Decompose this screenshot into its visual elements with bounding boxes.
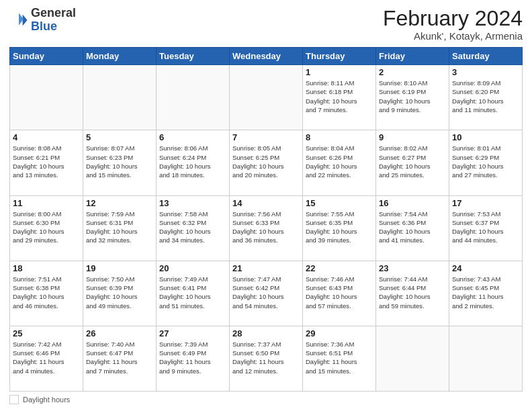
day-info: Sunrise: 7:44 AMSunset: 6:44 PMDaylight:…: [379, 275, 446, 310]
day-number: 15: [306, 198, 373, 208]
calendar-cell: 18Sunrise: 7:51 AMSunset: 6:38 PMDayligh…: [10, 261, 83, 326]
day-info: Sunrise: 8:09 AMSunset: 6:20 PMDaylight:…: [452, 79, 519, 114]
day-info: Sunrise: 7:58 AMSunset: 6:32 PMDaylight:…: [159, 210, 226, 245]
calendar-cell: 29Sunrise: 7:36 AMSunset: 6:51 PMDayligh…: [303, 326, 376, 391]
svg-marker-0: [23, 14, 28, 26]
day-info: Sunrise: 7:37 AMSunset: 6:50 PMDaylight:…: [232, 340, 300, 375]
calendar-cell: [10, 65, 83, 130]
calendar-cell: 22Sunrise: 7:46 AMSunset: 6:43 PMDayligh…: [303, 261, 376, 326]
day-number: 16: [379, 198, 446, 208]
title-block: February 2024 Akunk', Kotayk, Armenia: [383, 7, 523, 42]
calendar-table: SundayMondayTuesdayWednesdayThursdayFrid…: [9, 47, 523, 392]
day-info: Sunrise: 7:53 AMSunset: 6:37 PMDaylight:…: [452, 210, 519, 245]
calendar-cell: 19Sunrise: 7:50 AMSunset: 6:39 PMDayligh…: [83, 261, 157, 326]
day-number: 1: [306, 67, 373, 77]
day-number: 10: [452, 132, 519, 142]
daylight-legend-box: [9, 395, 19, 404]
day-info: Sunrise: 7:51 AMSunset: 6:38 PMDaylight:…: [13, 275, 80, 310]
calendar-cell: [449, 326, 523, 391]
day-number: 29: [306, 328, 373, 338]
calendar-cell: 20Sunrise: 7:49 AMSunset: 6:41 PMDayligh…: [157, 261, 230, 326]
day-number: 13: [159, 198, 226, 208]
day-info: Sunrise: 8:01 AMSunset: 6:29 PMDaylight:…: [452, 144, 519, 179]
day-number: 26: [86, 328, 153, 338]
calendar-cell: [230, 65, 303, 130]
location: Akunk', Kotayk, Armenia: [383, 30, 523, 42]
calendar-header-saturday: Saturday: [449, 48, 523, 65]
day-info: Sunrise: 7:59 AMSunset: 6:31 PMDaylight:…: [86, 210, 153, 245]
day-info: Sunrise: 8:07 AMSunset: 6:23 PMDaylight:…: [86, 144, 153, 179]
page-container: General Blue February 2024 Akunk', Kotay…: [0, 0, 532, 411]
day-number: 23: [379, 263, 446, 273]
day-number: 6: [159, 132, 226, 142]
day-info: Sunrise: 7:40 AMSunset: 6:47 PMDaylight:…: [86, 340, 153, 375]
logo: General Blue: [9, 7, 76, 34]
day-info: Sunrise: 8:11 AMSunset: 6:18 PMDaylight:…: [306, 79, 373, 114]
day-number: 20: [159, 263, 226, 273]
calendar-header-row: SundayMondayTuesdayWednesdayThursdayFrid…: [10, 48, 523, 65]
logo-text: General Blue: [31, 7, 76, 34]
calendar-cell: 6Sunrise: 8:06 AMSunset: 6:24 PMDaylight…: [157, 130, 230, 195]
calendar-cell: 9Sunrise: 8:02 AMSunset: 6:27 PMDaylight…: [376, 130, 449, 195]
calendar-cell: 5Sunrise: 8:07 AMSunset: 6:23 PMDaylight…: [83, 130, 157, 195]
calendar-cell: 21Sunrise: 7:47 AMSunset: 6:42 PMDayligh…: [230, 261, 303, 326]
calendar-week-row: 25Sunrise: 7:42 AMSunset: 6:46 PMDayligh…: [10, 326, 523, 391]
day-number: 2: [379, 67, 446, 77]
day-number: 21: [232, 263, 300, 273]
day-number: 3: [452, 67, 519, 77]
footer: Daylight hours: [9, 395, 523, 404]
day-number: 27: [159, 328, 226, 338]
calendar-header-sunday: Sunday: [10, 48, 83, 65]
calendar-cell: 25Sunrise: 7:42 AMSunset: 6:46 PMDayligh…: [10, 326, 83, 391]
calendar-header-friday: Friday: [376, 48, 449, 65]
calendar-cell: 13Sunrise: 7:58 AMSunset: 6:32 PMDayligh…: [157, 195, 230, 261]
header: General Blue February 2024 Akunk', Kotay…: [9, 7, 523, 42]
calendar-cell: 8Sunrise: 8:04 AMSunset: 6:26 PMDaylight…: [303, 130, 376, 195]
calendar-cell: 3Sunrise: 8:09 AMSunset: 6:20 PMDaylight…: [449, 65, 523, 130]
calendar-cell: 28Sunrise: 7:37 AMSunset: 6:50 PMDayligh…: [230, 326, 303, 391]
day-info: Sunrise: 8:06 AMSunset: 6:24 PMDaylight:…: [159, 144, 226, 179]
calendar-cell: 27Sunrise: 7:39 AMSunset: 6:49 PMDayligh…: [157, 326, 230, 391]
day-info: Sunrise: 7:36 AMSunset: 6:51 PMDaylight:…: [306, 340, 373, 375]
calendar-cell: 12Sunrise: 7:59 AMSunset: 6:31 PMDayligh…: [83, 195, 157, 261]
calendar-cell: 26Sunrise: 7:40 AMSunset: 6:47 PMDayligh…: [83, 326, 157, 391]
day-info: Sunrise: 7:47 AMSunset: 6:42 PMDaylight:…: [232, 275, 300, 310]
day-number: 17: [452, 198, 519, 208]
day-info: Sunrise: 8:08 AMSunset: 6:21 PMDaylight:…: [13, 144, 80, 179]
day-info: Sunrise: 7:46 AMSunset: 6:43 PMDaylight:…: [306, 275, 373, 310]
calendar-header-tuesday: Tuesday: [157, 48, 230, 65]
day-number: 28: [232, 328, 300, 338]
day-info: Sunrise: 8:04 AMSunset: 6:26 PMDaylight:…: [306, 144, 373, 179]
day-info: Sunrise: 7:42 AMSunset: 6:46 PMDaylight:…: [13, 340, 80, 375]
logo-icon: [9, 11, 28, 30]
calendar-cell: 24Sunrise: 7:43 AMSunset: 6:45 PMDayligh…: [449, 261, 523, 326]
calendar-cell: 1Sunrise: 8:11 AMSunset: 6:18 PMDaylight…: [303, 65, 376, 130]
day-number: 9: [379, 132, 446, 142]
calendar-header-wednesday: Wednesday: [230, 48, 303, 65]
calendar-header-monday: Monday: [83, 48, 157, 65]
calendar-cell: 15Sunrise: 7:55 AMSunset: 6:35 PMDayligh…: [303, 195, 376, 261]
day-number: 11: [13, 198, 80, 208]
day-number: 18: [13, 263, 80, 273]
calendar-header-thursday: Thursday: [303, 48, 376, 65]
day-number: 7: [232, 132, 300, 142]
day-info: Sunrise: 8:00 AMSunset: 6:30 PMDaylight:…: [13, 210, 80, 245]
day-info: Sunrise: 7:56 AMSunset: 6:33 PMDaylight:…: [232, 210, 300, 245]
day-number: 19: [86, 263, 153, 273]
day-number: 22: [306, 263, 373, 273]
calendar-week-row: 4Sunrise: 8:08 AMSunset: 6:21 PMDaylight…: [10, 130, 523, 195]
calendar-week-row: 18Sunrise: 7:51 AMSunset: 6:38 PMDayligh…: [10, 261, 523, 326]
day-number: 8: [306, 132, 373, 142]
day-info: Sunrise: 8:10 AMSunset: 6:19 PMDaylight:…: [379, 79, 446, 114]
calendar-week-row: 11Sunrise: 8:00 AMSunset: 6:30 PMDayligh…: [10, 195, 523, 261]
day-number: 24: [452, 263, 519, 273]
logo-general: General: [31, 6, 76, 19]
day-number: 4: [13, 132, 80, 142]
day-info: Sunrise: 7:55 AMSunset: 6:35 PMDaylight:…: [306, 210, 373, 245]
day-number: 14: [232, 198, 300, 208]
calendar-cell: 11Sunrise: 8:00 AMSunset: 6:30 PMDayligh…: [10, 195, 83, 261]
daylight-label: Daylight hours: [23, 396, 70, 404]
day-info: Sunrise: 7:54 AMSunset: 6:36 PMDaylight:…: [379, 210, 446, 245]
calendar-week-row: 1Sunrise: 8:11 AMSunset: 6:18 PMDaylight…: [10, 65, 523, 130]
calendar-cell: 4Sunrise: 8:08 AMSunset: 6:21 PMDaylight…: [10, 130, 83, 195]
